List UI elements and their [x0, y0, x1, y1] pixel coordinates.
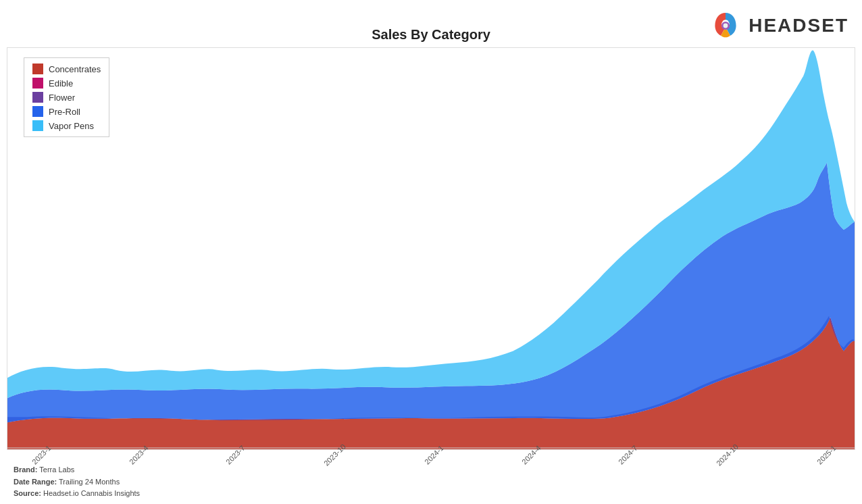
edible-label: Edible	[49, 78, 73, 89]
date-range-label: Date Range:	[14, 478, 57, 486]
page-container: HEADSET Sales By Category	[0, 0, 862, 504]
vaporpens-swatch	[32, 120, 43, 131]
preroll-swatch	[32, 106, 43, 117]
chart-area	[7, 47, 855, 450]
brand-label: Brand:	[14, 465, 37, 474]
legend-item-vaporpens: Vapor Pens	[32, 120, 101, 131]
edible-swatch	[32, 78, 43, 89]
flower-label: Flower	[49, 93, 75, 103]
chart-title: Sales By Category	[0, 27, 862, 43]
legend-item-preroll: Pre-Roll	[32, 106, 101, 117]
source-label: Source:	[14, 489, 41, 497]
legend-item-concentrates: Concentrates	[32, 64, 101, 74]
footer-info: Brand: Terra Labs Date Range: Trailing 2…	[14, 464, 140, 500]
concentrates-swatch	[32, 64, 43, 74]
brand-value: Terra Labs	[39, 465, 74, 474]
chart-svg	[7, 48, 855, 449]
preroll-label: Pre-Roll	[49, 107, 80, 117]
date-range-value: Trailing 24 Months	[59, 478, 120, 486]
legend: Concentrates Edible Flower Pre-Roll Vapo…	[24, 57, 109, 137]
legend-item-edible: Edible	[32, 78, 101, 89]
footer-source: Source: Headset.io Cannabis Insights	[14, 488, 140, 500]
legend-item-flower: Flower	[32, 92, 101, 103]
vaporpens-label: Vapor Pens	[49, 121, 94, 131]
flower-swatch	[32, 92, 43, 103]
concentrates-label: Concentrates	[49, 64, 101, 74]
footer-brand: Brand: Terra Labs	[14, 464, 140, 476]
source-value: Headset.io Cannabis Insights	[43, 489, 140, 497]
x-axis-labels: 2023-1 2023-4 2023-7 2023-10 2024-1 2024…	[7, 452, 855, 460]
footer-date-range: Date Range: Trailing 24 Months	[14, 476, 140, 488]
